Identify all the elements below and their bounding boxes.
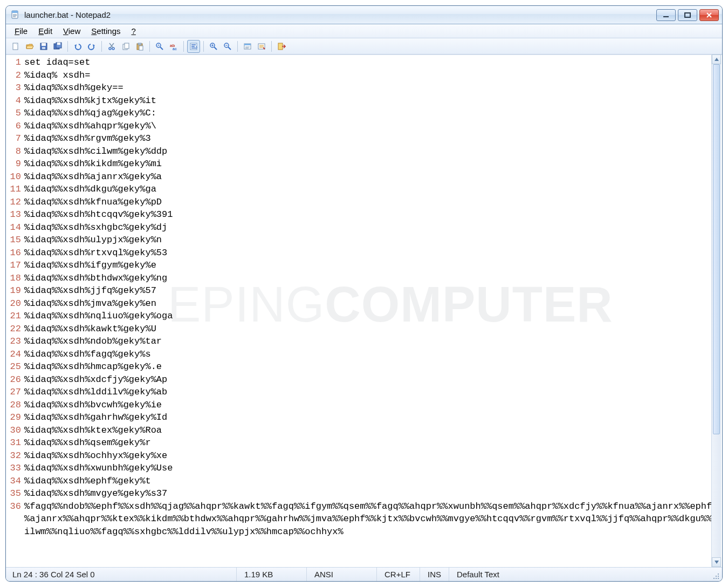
code-line[interactable]: 20%idaq%%xsdh%jmva%geky%en: [6, 297, 722, 310]
editor-area[interactable]: EPINGCOMPUTER 1set idaq=set2%idaq% xsdh=…: [6, 54, 722, 567]
code-text[interactable]: %idaq%%xsdh%ifgym%geky%e: [24, 259, 722, 272]
menu-settings[interactable]: Settings: [87, 25, 125, 37]
scheme-select-icon[interactable]: [241, 40, 254, 53]
code-line[interactable]: 13%idaq%%xsdh%htcqqv%geky%391: [6, 208, 722, 221]
word-wrap-icon[interactable]: [187, 40, 200, 53]
maximize-button[interactable]: [678, 9, 697, 21]
resize-grip-icon[interactable]: [711, 571, 720, 580]
code-text[interactable]: %idaq%%xsdh%qsem%geky%r: [24, 436, 722, 449]
code-text[interactable]: %idaq%%xsdh%ochhyx%geky%xe: [24, 449, 722, 462]
scroll-down-icon[interactable]: [712, 557, 721, 567]
find-icon[interactable]: A: [153, 40, 166, 53]
code-text[interactable]: %idaq%%xsdh%kfnua%geky%pD: [24, 196, 722, 209]
code-line[interactable]: 15%idaq%%xsdh%ulypjx%geky%n: [6, 234, 722, 247]
code-line[interactable]: 5%idaq%%xsdh%qjag%geky%C:: [6, 107, 722, 120]
code-line[interactable]: 36%fagq%%ndob%%ephf%%xsdh%%qjag%%ahqpr%%…: [6, 500, 722, 538]
code-line[interactable]: 33%idaq%%xsdh%xwunbh%geky%Use: [6, 462, 722, 475]
vertical-scrollbar[interactable]: [711, 54, 721, 567]
code-line[interactable]: 7%idaq%%xsdh%rgvm%geky%3: [6, 132, 722, 145]
code-text[interactable]: %idaq%%xsdh%jmva%geky%en: [24, 297, 722, 310]
code-line[interactable]: 9%idaq%%xsdh%kikdm%geky%mi: [6, 158, 722, 170]
code-line[interactable]: 25%idaq%%xsdh%hmcap%geky%.e: [6, 360, 722, 373]
code-text[interactable]: %idaq%%xsdh%kjtx%geky%it: [24, 94, 722, 107]
code-text[interactable]: %idaq%%xsdh%lddilv%geky%ab: [24, 386, 722, 399]
code-line[interactable]: 19%idaq%%xsdh%jjfq%geky%57: [6, 284, 722, 297]
code-text[interactable]: %idaq%%xsdh%bvcwh%geky%ie: [24, 399, 722, 412]
code-line[interactable]: 8%idaq%%xsdh%cilwm%geky%ddp: [6, 145, 722, 158]
code-text[interactable]: %idaq%%xsdh%hmcap%geky%.e: [24, 360, 722, 373]
minimize-button[interactable]: [656, 9, 676, 21]
menu-edit[interactable]: Edit: [34, 25, 57, 37]
menu-view[interactable]: View: [59, 25, 85, 37]
code-text[interactable]: %idaq%%xsdh%qjag%geky%C:: [24, 107, 722, 120]
code-text[interactable]: %idaq%%xsdh%ndob%geky%tar: [24, 335, 722, 348]
code-text[interactable]: %idaq%%xsdh%fagq%geky%s: [24, 348, 722, 361]
copy-icon[interactable]: [119, 40, 132, 53]
code-text[interactable]: %idaq%%xsdh%gahrhw%geky%Id: [24, 411, 722, 424]
paste-icon[interactable]: [133, 40, 146, 53]
code-line[interactable]: 31%idaq%%xsdh%qsem%geky%r: [6, 436, 722, 449]
undo-icon[interactable]: [71, 40, 84, 53]
code-line[interactable]: 26%idaq%%xsdh%xdcfjy%geky%Ap: [6, 373, 722, 386]
code-line[interactable]: 3%idaq%%xsdh%geky==: [6, 81, 722, 94]
scroll-thumb[interactable]: [713, 64, 720, 434]
code-text[interactable]: %idaq%%xsdh%kikdm%geky%mi: [24, 158, 722, 170]
status-lexer[interactable]: Default Text: [449, 568, 718, 581]
open-file-icon[interactable]: [23, 40, 36, 53]
code-text[interactable]: %idaq%%xsdh%ktex%geky%Roa: [24, 424, 722, 437]
code-line[interactable]: 28%idaq%%xsdh%bvcwh%geky%ie: [6, 399, 722, 412]
code-text[interactable]: %idaq%%xsdh%ajanrx%geky%a: [24, 170, 722, 183]
status-ovr[interactable]: INS: [420, 568, 449, 581]
code-line[interactable]: 35%idaq%%xsdh%mvgye%geky%s37: [6, 487, 722, 500]
scroll-up-icon[interactable]: [712, 54, 721, 64]
code-line[interactable]: 12%idaq%%xsdh%kfnua%geky%pD: [6, 196, 722, 209]
code-text[interactable]: %idaq%%xsdh%ulypjx%geky%n: [24, 234, 722, 247]
code-line[interactable]: 6%idaq%%xsdh%ahqpr%geky%\: [6, 120, 722, 133]
code-line[interactable]: 14%idaq%%xsdh%sxhgbc%geky%dj: [6, 221, 722, 234]
menu-help[interactable]: ?: [127, 25, 140, 37]
code-line[interactable]: 23%idaq%%xsdh%ndob%geky%tar: [6, 335, 722, 348]
scheme-config-icon[interactable]: [255, 40, 268, 53]
code-text[interactable]: %idaq% xsdh=: [24, 69, 722, 82]
code-line[interactable]: 30%idaq%%xsdh%ktex%geky%Roa: [6, 424, 722, 437]
code-text[interactable]: %idaq%%xsdh%xdcfjy%geky%Ap: [24, 373, 722, 386]
status-encoding[interactable]: ANSI: [307, 568, 377, 581]
code-text[interactable]: %idaq%%xsdh%mvgye%geky%s37: [24, 487, 722, 500]
code-text[interactable]: %idaq%%xsdh%kawkt%geky%U: [24, 323, 722, 336]
code-line[interactable]: 10%idaq%%xsdh%ajanrx%geky%a: [6, 170, 722, 183]
save-file-icon[interactable]: [37, 40, 50, 53]
code-text[interactable]: %idaq%%xsdh%sxhgbc%geky%dj: [24, 221, 722, 234]
code-line[interactable]: 17%idaq%%xsdh%ifgym%geky%e: [6, 259, 722, 272]
code-line[interactable]: 32%idaq%%xsdh%ochhyx%geky%xe: [6, 449, 722, 462]
code-line[interactable]: 2%idaq% xsdh=: [6, 69, 722, 82]
zoom-out-icon[interactable]: [221, 40, 234, 53]
code-line[interactable]: 22%idaq%%xsdh%kawkt%geky%U: [6, 323, 722, 336]
code-line[interactable]: 29%idaq%%xsdh%gahrhw%geky%Id: [6, 411, 722, 424]
code-text[interactable]: %fagq%%ndob%%ephf%%xsdh%%qjag%%ahqpr%%ka…: [24, 500, 722, 538]
close-button[interactable]: [699, 9, 719, 21]
code-text[interactable]: %idaq%%xsdh%dkgu%geky%ga: [24, 183, 722, 196]
menu-file[interactable]: File: [10, 25, 32, 37]
status-eol[interactable]: CR+LF: [377, 568, 420, 581]
code-text[interactable]: %idaq%%xsdh%bthdwx%geky%ng: [24, 272, 722, 285]
code-line[interactable]: 24%idaq%%xsdh%fagq%geky%s: [6, 348, 722, 361]
new-file-icon[interactable]: [9, 40, 22, 53]
code-text[interactable]: %idaq%%xsdh%cilwm%geky%ddp: [24, 145, 722, 158]
code-text[interactable]: %idaq%%xsdh%geky==: [24, 81, 722, 94]
code-text[interactable]: %idaq%%xsdh%rgvm%geky%3: [24, 132, 722, 145]
code-line[interactable]: 11%idaq%%xsdh%dkgu%geky%ga: [6, 183, 722, 196]
exit-icon[interactable]: [275, 40, 288, 53]
code-text[interactable]: %idaq%%xsdh%rtxvql%geky%53: [24, 247, 722, 260]
code-text[interactable]: %idaq%%xsdh%ahqpr%geky%\: [24, 120, 722, 133]
code-text[interactable]: set idaq=set: [24, 56, 722, 69]
code-line[interactable]: 34%idaq%%xsdh%ephf%geky%t: [6, 475, 722, 488]
code-text[interactable]: %idaq%%xsdh%htcqqv%geky%391: [24, 208, 722, 221]
code-line[interactable]: 27%idaq%%xsdh%lddilv%geky%ab: [6, 386, 722, 399]
code-text[interactable]: %idaq%%xsdh%xwunbh%geky%Use: [24, 462, 722, 475]
code-line[interactable]: 18%idaq%%xsdh%bthdwx%geky%ng: [6, 272, 722, 285]
replace-icon[interactable]: abac: [167, 40, 180, 53]
redo-icon[interactable]: [85, 40, 98, 53]
code-line[interactable]: 21%idaq%%xsdh%nqliuo%geky%oga: [6, 310, 722, 323]
code-line[interactable]: 16%idaq%%xsdh%rtxvql%geky%53: [6, 247, 722, 260]
code-line[interactable]: 1set idaq=set: [6, 56, 722, 69]
